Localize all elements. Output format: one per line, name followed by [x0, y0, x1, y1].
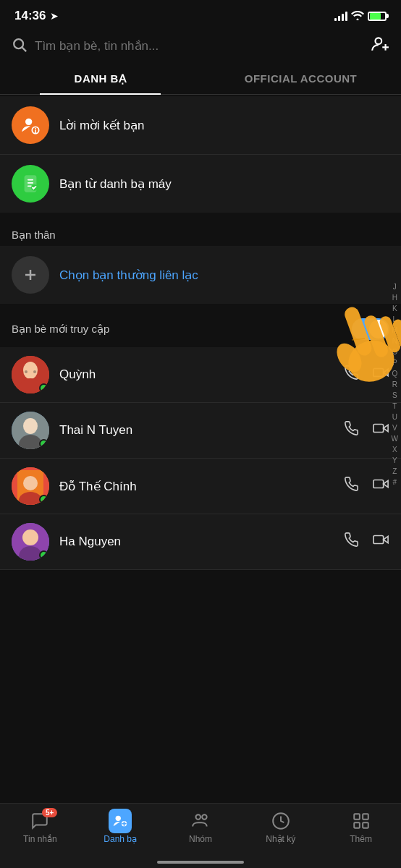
- call-icon-ha[interactable]: [343, 532, 359, 552]
- tab-danh-ba[interactable]: DANH BẠ: [0, 64, 200, 94]
- ban-than-label: Bạn thân: [0, 220, 401, 246]
- video-icon-ha[interactable]: [372, 532, 389, 552]
- avatar-quynh: [12, 356, 49, 393]
- svg-marker-34: [384, 536, 388, 542]
- search-icon[interactable]: [12, 37, 28, 56]
- svg-marker-23: [384, 425, 388, 431]
- add-friend-icon[interactable]: [371, 35, 389, 58]
- online-dot-ha: [39, 550, 48, 560]
- loi-moi-item[interactable]: i Lời mời kết bạn: [0, 96, 401, 154]
- nav-label-nhom: Nhóm: [189, 834, 212, 844]
- toggle-knob: [369, 320, 388, 339]
- friend-name-thai: Thai N Tuyen: [59, 423, 333, 438]
- search-input[interactable]: [35, 39, 363, 54]
- avatar-ha: [12, 523, 49, 561]
- svg-point-15: [25, 370, 28, 373]
- svg-marker-29: [384, 480, 388, 487]
- svg-point-42: [116, 816, 121, 821]
- svg-point-44: [195, 814, 200, 820]
- loi-moi-avatar: i: [12, 106, 49, 144]
- friend-name-ha: Ha Nguyen: [59, 535, 333, 549]
- friend-actions-thai: [343, 420, 389, 441]
- nav-label-tin-nhan: Tin nhắn: [23, 834, 57, 844]
- nav-icon-wrap-tin-nhan: 5+: [28, 811, 51, 831]
- video-icon-quynh[interactable]: [372, 365, 389, 385]
- recent-friends-toggle[interactable]: [352, 318, 389, 340]
- svg-point-26: [23, 476, 38, 490]
- tab-official-account[interactable]: OFFICIAL ACCOUNT: [200, 64, 401, 94]
- svg-point-16: [33, 370, 36, 373]
- svg-point-31: [22, 529, 38, 545]
- wifi-icon: [351, 10, 364, 22]
- online-dot-do: [39, 495, 48, 504]
- call-icon-do[interactable]: [343, 476, 359, 496]
- svg-rect-50: [363, 822, 368, 828]
- section-divider-2: [0, 304, 401, 311]
- svg-point-5: [25, 119, 32, 125]
- svg-rect-48: [363, 814, 368, 820]
- search-bar: [0, 29, 401, 64]
- location-icon: ➤: [50, 10, 59, 22]
- nav-icon-wrap-them: [350, 811, 373, 831]
- tabs: DANH BẠ OFFICIAL ACCOUNT: [0, 64, 401, 95]
- friend-actions-do: [343, 476, 389, 496]
- bottom-nav: 5+ Tin nhắn Danh bạ Nhóm: [0, 803, 401, 868]
- svg-rect-22: [373, 425, 384, 433]
- svg-point-13: [23, 362, 38, 379]
- video-icon-thai[interactable]: [372, 420, 389, 441]
- friend-item-quynh[interactable]: Quỳnh: [0, 347, 401, 403]
- svg-marker-18: [384, 369, 388, 375]
- nav-danh-ba[interactable]: Danh bạ: [80, 811, 161, 844]
- svg-point-20: [23, 418, 38, 434]
- loi-moi-label: Lời mời kết bạn: [59, 118, 389, 133]
- status-icons: [334, 10, 387, 22]
- ban-tu-danh-ba-avatar: [12, 165, 49, 203]
- add-ban-than-button[interactable]: [12, 256, 49, 294]
- status-time: 14:36: [14, 9, 46, 23]
- friend-list: Quỳnh Thai N Tuyen: [0, 347, 401, 570]
- nav-icon-wrap-nhom: [189, 811, 212, 831]
- svg-rect-47: [354, 814, 360, 820]
- video-icon-do[interactable]: [372, 476, 389, 496]
- friend-actions-ha: [343, 532, 389, 552]
- call-icon-quynh[interactable]: [343, 365, 359, 385]
- call-icon-thai[interactable]: [343, 420, 359, 441]
- home-indicator: [157, 861, 244, 864]
- status-bar: 14:36 ➤: [0, 0, 401, 29]
- nav-label-nhat-ky: Nhật ký: [266, 834, 295, 844]
- svg-rect-28: [373, 480, 384, 488]
- battery-icon: [368, 12, 387, 21]
- svg-point-45: [202, 814, 207, 820]
- nav-label-danh-ba: Danh bạ: [104, 834, 137, 844]
- ban-tu-danh-ba-item[interactable]: Bạn từ danh bạ máy: [0, 154, 401, 213]
- avatar-thai: [12, 412, 49, 449]
- friend-item-thai[interactable]: Thai N Tuyen: [0, 403, 401, 459]
- nav-them[interactable]: Thêm: [321, 811, 401, 844]
- chon-ban-label: Chọn bạn thường liên lạc: [59, 268, 389, 283]
- avatar-do: [12, 467, 49, 505]
- alpha-index[interactable]: J H K L M N O P Q R S T U V W X Y Z #: [392, 282, 398, 488]
- signal-bars: [334, 11, 347, 21]
- nav-nhom[interactable]: Nhóm: [161, 811, 241, 844]
- recent-friends-label: Bạn bè mới truy cập: [12, 323, 109, 336]
- friend-item-do[interactable]: Đỗ Thế Chính: [0, 459, 401, 514]
- nav-tin-nhan[interactable]: 5+ Tin nhắn: [0, 811, 80, 844]
- nav-icon-wrap-danh-ba: [109, 811, 132, 831]
- nav-nhat-ky[interactable]: Nhật ký: [240, 811, 321, 844]
- svg-rect-33: [373, 536, 384, 544]
- svg-line-1: [22, 47, 26, 51]
- friend-actions-quynh: [343, 365, 389, 385]
- svg-rect-17: [373, 369, 384, 377]
- svg-point-2: [376, 38, 382, 44]
- friend-name-do: Đỗ Thế Chính: [59, 479, 333, 494]
- friend-item-ha[interactable]: Ha Nguyen: [0, 514, 401, 570]
- tin-nhan-badge: 5+: [42, 808, 57, 817]
- svg-text:i: i: [34, 126, 36, 135]
- chon-ban-row[interactable]: Chọn bạn thường liên lạc: [0, 246, 401, 304]
- friend-name-quynh: Quỳnh: [59, 367, 333, 382]
- svg-point-0: [14, 39, 23, 48]
- online-dot-thai: [39, 439, 48, 448]
- svg-rect-49: [354, 822, 360, 828]
- recent-friends-row: Bạn bè mới truy cập: [0, 311, 401, 347]
- nav-label-them: Thêm: [350, 834, 372, 844]
